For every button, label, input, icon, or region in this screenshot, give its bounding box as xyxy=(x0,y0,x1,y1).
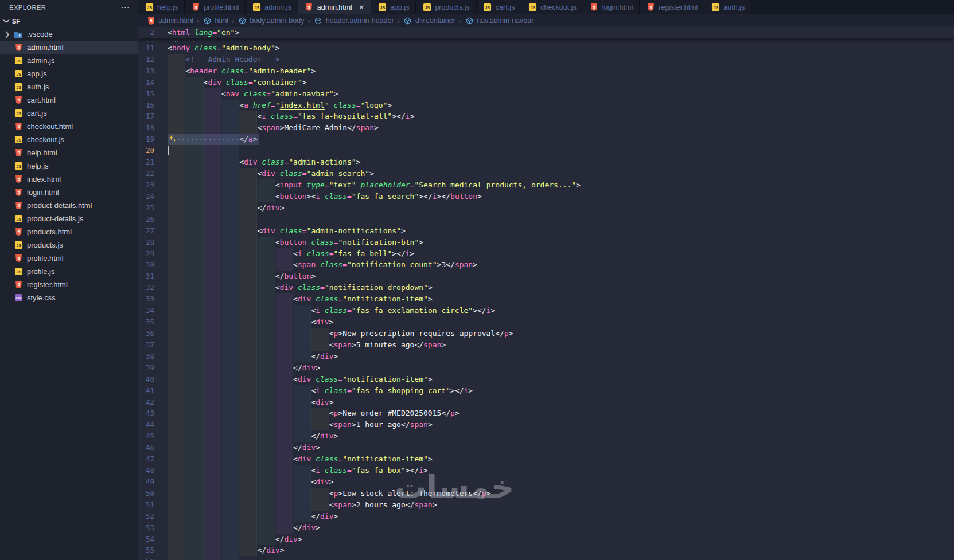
sidebar-item-register.html[interactable]: 5register.html xyxy=(0,278,138,291)
code-line-36[interactable]: 36<p>New prescription requires approval<… xyxy=(138,328,954,339)
code-line-10[interactable]: 10</head> xyxy=(138,38,954,42)
sidebar-item-auth.js[interactable]: JSauth.js xyxy=(0,80,138,93)
code-line-42[interactable]: 42<div> xyxy=(138,397,954,408)
code-line-55[interactable]: 55</div> xyxy=(138,545,954,556)
code-line-52[interactable]: 52</div> xyxy=(138,511,954,522)
code-line-37[interactable]: 37<span>5 minutes ago</span> xyxy=(138,339,954,351)
code-line-54[interactable]: 54</div> xyxy=(138,534,954,545)
tab-admin.html[interactable]: 5admin.html✕ xyxy=(298,0,371,14)
code-line-49[interactable]: 49<div> xyxy=(138,476,954,488)
code-line-27[interactable]: 27<div class="admin-notifications"> xyxy=(138,225,954,237)
code-line-28[interactable]: 28<button class="notification-btn"> xyxy=(138,237,954,248)
code-line-21[interactable]: 21<div class="admin-actions"> xyxy=(138,156,954,168)
sidebar-item-checkout.js[interactable]: JScheckout.js xyxy=(0,133,138,146)
file-name: style.css xyxy=(27,293,56,302)
code-line-39[interactable]: 39</div> xyxy=(138,362,954,374)
sidebar-item-help.js[interactable]: JShelp.js xyxy=(0,159,138,173)
code-line-26[interactable]: 26 xyxy=(138,214,954,225)
tab-profile.html[interactable]: 5profile.html xyxy=(185,0,246,14)
sidebar-item-profile.js[interactable]: JSprofile.js xyxy=(0,265,138,278)
sidebar-item-style.css[interactable]: cssstyle.css xyxy=(0,291,138,304)
code-line-33[interactable]: 33<div class="notification-item"> xyxy=(138,293,954,305)
sidebar-item-admin.js[interactable]: JSadmin.js xyxy=(0,54,138,67)
code-line-50[interactable]: 50<p>Low stock alert: Thermometers</p> xyxy=(138,488,954,499)
code-line-17[interactable]: 17<i class="fas fa-hospital-alt"></i> xyxy=(138,111,954,122)
breadcrumb-item-body.admin-body[interactable]: body.admin-body xyxy=(237,16,304,25)
sidebar-item-login.html[interactable]: 5login.html xyxy=(0,186,138,199)
indent-guide xyxy=(293,351,311,362)
code-line-47[interactable]: 47<div class="notification-item"> xyxy=(138,453,954,465)
tab-products.js[interactable]: JSproducts.js xyxy=(416,0,476,14)
indent-guide xyxy=(204,259,221,271)
code-editor[interactable]: 2<html lang="en">10</head>11<body class=… xyxy=(138,27,954,560)
tab-login.html[interactable]: 5login.html xyxy=(583,0,640,14)
sidebar-item-.vscode[interactable]: ❯.vscode xyxy=(0,28,138,41)
code-line-25[interactable]: 25</div> xyxy=(138,202,954,214)
indent-guide xyxy=(257,499,275,511)
code-line-32[interactable]: 32<div class="notification-dropdown"> xyxy=(138,282,954,293)
code-line-11[interactable]: 11<body class="admin-body"> xyxy=(138,42,954,54)
code-line-53[interactable]: 53</div> xyxy=(138,522,954,534)
code-line-44[interactable]: 44<span>1 hour ago</span> xyxy=(138,419,954,430)
tab-auth.js[interactable]: JSauth.js xyxy=(704,0,751,14)
code-line-22[interactable]: 22<div class="admin-search"> xyxy=(138,168,954,179)
svg-text:5: 5 xyxy=(17,45,20,50)
indent-guide xyxy=(185,499,203,511)
code-line-24[interactable]: 24<button><i class="fas fa-search"></i><… xyxy=(138,191,954,202)
tab-cart.js[interactable]: JScart.js xyxy=(477,0,521,14)
breadcrumb-item-header.admin-header[interactable]: header.admin-header xyxy=(314,16,394,25)
close-icon[interactable]: ✕ xyxy=(359,3,364,11)
code-line-56[interactable]: 56 xyxy=(138,556,954,560)
sidebar-item-cart.html[interactable]: 5cart.html xyxy=(0,93,138,107)
code-line-23[interactable]: 23<input type="text" placeholder="Search… xyxy=(138,179,954,191)
sidebar-item-checkout.html[interactable]: 5checkout.html xyxy=(0,120,138,133)
breadcrumb-item-html[interactable]: html xyxy=(203,16,228,25)
tab-app.js[interactable]: JSapp.js xyxy=(371,0,416,14)
breadcrumb-item-nav.admin-navbar[interactable]: nav.admin-navbar xyxy=(465,16,534,25)
sidebar-item-products.html[interactable]: 5products.html xyxy=(0,225,138,238)
sidebar-item-index.html[interactable]: 5index.html xyxy=(0,173,138,186)
code-line-16[interactable]: 16<a href="index.html" class="logo"> xyxy=(138,100,954,111)
code-line-40[interactable]: 40<div class="notification-item"> xyxy=(138,374,954,385)
code-line-29[interactable]: 29<i class="fas fa-bell"></i> xyxy=(138,248,954,260)
code-line-14[interactable]: 14<div class="container"> xyxy=(138,77,954,88)
sidebar-item-help.html[interactable]: 5help.html xyxy=(0,146,138,159)
code-line-41[interactable]: 41<i class="fas fa-shopping-cart"></i> xyxy=(138,385,954,397)
code-line-38[interactable]: 38</div> xyxy=(138,351,954,362)
copilot-sparkle-icon[interactable] xyxy=(168,135,177,147)
tab-help.js[interactable]: JShelp.js xyxy=(138,0,185,14)
code-line-51[interactable]: 51<span>2 hours ago</span> xyxy=(138,499,954,511)
tab-checkout.js[interactable]: JScheckout.js xyxy=(521,0,583,14)
code-line-34[interactable]: 34<i class="fas fa-exclamation-circle"><… xyxy=(138,305,954,316)
code-line-19[interactable]: 19</a>················ xyxy=(138,134,954,145)
code-line-35[interactable]: 35<div> xyxy=(138,316,954,328)
explorer-more-actions-icon[interactable]: ⋯ xyxy=(120,5,130,10)
code-line-15[interactable]: 15<nav class="admin-navbar"> xyxy=(138,88,954,100)
workspace-section-header[interactable]: ❯ SF xyxy=(0,15,138,28)
code-line-13[interactable]: 13<header class="admin-header"> xyxy=(138,65,954,77)
code-line-20[interactable]: 20 xyxy=(138,145,954,156)
sidebar-item-admin.html[interactable]: 5admin.html xyxy=(0,41,138,54)
sidebar-item-cart.js[interactable]: JScart.js xyxy=(0,107,138,120)
sidebar-item-products.js[interactable]: JSproducts.js xyxy=(0,238,138,252)
code-line-45[interactable]: 45</div> xyxy=(138,430,954,442)
tab-admin.js[interactable]: JSadmin.js xyxy=(246,0,298,14)
code-line-46[interactable]: 46</div> xyxy=(138,442,954,453)
sidebar-item-product-details.html[interactable]: 5product-details.html xyxy=(0,199,138,212)
code-line-12[interactable]: 12<!-- Admin Header --> xyxy=(138,54,954,65)
code-line-43[interactable]: 43<p>New order #MED20250015</p> xyxy=(138,408,954,419)
breadcrumb-item-div.container[interactable]: div.container xyxy=(403,16,455,25)
sidebar-item-app.js[interactable]: JSapp.js xyxy=(0,67,138,80)
code-line-30[interactable]: 30<span class="notification-count">3</sp… xyxy=(138,259,954,271)
sidebar-item-product-details.js[interactable]: JSproduct-details.js xyxy=(0,212,138,225)
breadcrumb-item-admin.html[interactable]: 5admin.html xyxy=(146,16,193,25)
indent-guide xyxy=(185,77,203,88)
breadcrumb-label: body.admin-body xyxy=(250,17,304,25)
svg-text:css: css xyxy=(15,296,22,300)
sidebar-item-profile.html[interactable]: 5profile.html xyxy=(0,252,138,265)
indent-guide xyxy=(275,374,293,385)
code-line-48[interactable]: 48<i class="fas fa-box"></i> xyxy=(138,465,954,476)
code-line-18[interactable]: 18<span>MediCare Admin</span> xyxy=(138,122,954,134)
code-line-31[interactable]: 31</button> xyxy=(138,271,954,282)
tab-register.html[interactable]: 5register.html xyxy=(640,0,704,14)
